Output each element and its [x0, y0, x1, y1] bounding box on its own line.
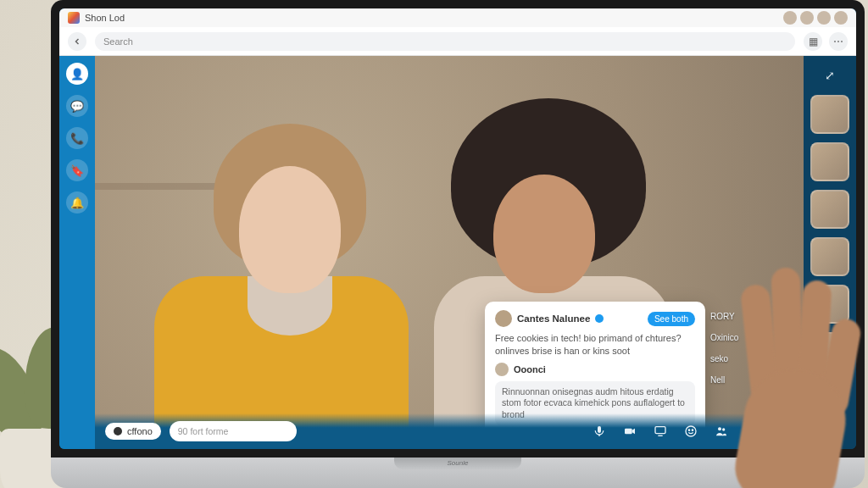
sidebar-chat-icon[interactable]: 💬 [66, 95, 88, 117]
app-window: Shon Lod Search ▦ ⋯ [59, 8, 856, 449]
call-timer: cffono [105, 423, 161, 440]
sidebar-phone-icon[interactable]: 📞 [66, 127, 88, 149]
svg-point-5 [692, 430, 693, 430]
search-placeholder: Search [103, 36, 133, 47]
side-item: Nell [710, 375, 725, 385]
message-input[interactable]: 90 fort forme [170, 421, 297, 441]
svg-point-4 [688, 430, 689, 430]
sidebar-bell-icon[interactable]: 🔔 [66, 191, 88, 214]
avatar[interactable] [800, 11, 814, 25]
grid-icon[interactable]: ▦ [804, 32, 822, 51]
expand-icon[interactable]: ⤢ [819, 64, 841, 86]
chat-body-text: Free cookies in tech! bio primand of cht… [495, 332, 695, 358]
avatar [495, 363, 509, 376]
avatar[interactable] [817, 11, 831, 25]
window-title: Shon Lod [85, 13, 125, 23]
sidebar-user-icon[interactable]: 👤 [66, 63, 88, 85]
avatar[interactable] [834, 11, 848, 25]
chat-side-list: RORY Oxinico seko Nell [710, 312, 758, 385]
side-item: Oxinico [710, 333, 738, 342]
laptop-hinge: Sounle [51, 458, 865, 488]
settings-icon[interactable] [741, 420, 763, 442]
participant-thumbnail[interactable] [810, 95, 849, 134]
participant-thumbnail[interactable] [810, 237, 849, 276]
participant-thumbnail[interactable] [810, 190, 849, 229]
top-toolbar: Search ▦ ⋯ [59, 27, 856, 56]
participants-icon[interactable] [710, 420, 732, 442]
video-call-canvas: Cantes Nalunee See both Free cookies in … [95, 56, 804, 449]
emoji-icon[interactable] [680, 420, 702, 442]
chat-reply-row[interactable]: Ooonci [495, 363, 695, 376]
avatar [495, 310, 512, 327]
svg-point-7 [722, 428, 725, 430]
side-item: RORY [710, 312, 735, 321]
end-call-icon[interactable] [771, 420, 793, 442]
follow-button[interactable]: See both [648, 312, 695, 326]
record-dot-icon [114, 427, 122, 435]
svg-rect-1 [625, 429, 632, 435]
svg-point-6 [718, 427, 721, 430]
laptop-brand: Sounle [394, 458, 521, 469]
participant-thumbnail[interactable] [810, 285, 849, 324]
camera-icon[interactable] [619, 420, 641, 442]
app-logo-icon [68, 12, 80, 24]
svg-point-8 [750, 430, 754, 433]
side-item: seko [710, 354, 728, 363]
verified-badge-icon [595, 314, 604, 323]
screen-share-icon[interactable] [649, 420, 671, 442]
window-titlebar: Shon Lod [59, 8, 856, 27]
left-sidebar: 👤 💬 📞 🔖 🔔 [59, 56, 95, 449]
sidebar-bookmark-icon[interactable]: 🔖 [66, 159, 88, 181]
svg-point-3 [686, 426, 696, 436]
chat-author: Cantes Nalunee [517, 313, 590, 324]
more-icon[interactable]: ⋯ [829, 32, 848, 51]
call-bottom-bar: cffono 90 fort forme [95, 413, 804, 449]
mic-icon[interactable] [588, 420, 610, 442]
laptop-frame: Shon Lod Search ▦ ⋯ [51, 0, 865, 488]
back-button[interactable] [68, 32, 86, 51]
participant-thumbnail[interactable] [810, 332, 849, 371]
svg-rect-2 [655, 427, 665, 434]
search-input[interactable]: Search [95, 32, 795, 51]
participants-rail: ⤢ [804, 56, 856, 449]
svg-rect-0 [598, 426, 601, 433]
presence-avatars [783, 11, 848, 25]
participant-thumbnail[interactable] [810, 142, 849, 181]
avatar[interactable] [783, 11, 797, 25]
